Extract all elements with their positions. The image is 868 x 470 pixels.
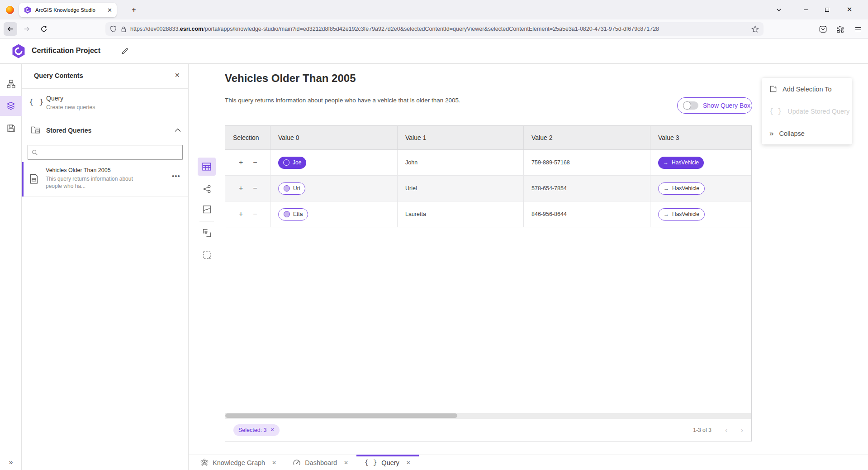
list-tabs-icon[interactable]	[774, 5, 783, 14]
prev-page-icon[interactable]: ‹	[725, 426, 727, 434]
selected-count-chip[interactable]: Selected: 3 ✕	[233, 424, 280, 436]
add-selection-icon[interactable]: +	[239, 184, 243, 192]
back-button[interactable]	[4, 22, 17, 36]
search-input[interactable]	[42, 149, 179, 156]
entity-pill[interactable]: Joe	[278, 157, 306, 169]
stored-query-doc-icon	[29, 174, 38, 184]
layers-icon	[6, 101, 15, 110]
save-tool[interactable]	[0, 118, 22, 138]
query-item-sublabel: Create new queries	[46, 104, 95, 110]
double-chevron-icon: »	[769, 129, 773, 137]
relationship-pill[interactable]: →HasVehicle	[658, 182, 705, 195]
relationship-pill[interactable]: →HasVehicle	[658, 157, 704, 169]
pocket-icon[interactable]	[818, 24, 828, 34]
left-rail: »	[0, 64, 22, 470]
scrollbar-thumb[interactable]	[225, 413, 457, 418]
tracking-shield-icon[interactable]	[110, 25, 117, 33]
relationship-pill[interactable]: →HasVehicle	[658, 208, 705, 221]
lock-icon	[121, 26, 127, 33]
hamburger-menu-icon[interactable]	[852, 23, 864, 35]
window-minimize-button[interactable]	[796, 0, 816, 19]
window-maximize-button[interactable]	[817, 0, 837, 19]
bookmark-star-icon[interactable]	[751, 25, 759, 33]
remove-selection-icon[interactable]: −	[253, 210, 257, 218]
link-chart-icon	[203, 185, 211, 193]
add-to-map-button[interactable]	[198, 224, 216, 242]
stored-query-item[interactable]: Vehicles Older Than 2005 This query retu…	[22, 162, 188, 197]
table-row[interactable]: +−EttaLauretta846-956-8644→HasVehicle	[225, 201, 751, 227]
show-query-box-toggle[interactable]: Show Query Box	[677, 97, 752, 114]
map-view-button[interactable]	[198, 200, 216, 218]
new-tab-button[interactable]: +	[128, 5, 139, 15]
add-selection-icon[interactable]: +	[239, 210, 243, 218]
menu-item-update-stored-query: { }Update Stored Query	[762, 100, 852, 122]
panel-close-icon[interactable]: ✕	[175, 72, 180, 79]
toggle-label: Show Query Box	[703, 102, 750, 109]
stored-query-title: Vehicles Older Than 2005	[46, 167, 111, 173]
main-content: Vehicles Older Than 2005 This query retu…	[189, 64, 868, 470]
item-options-icon[interactable]: •••	[172, 172, 180, 180]
relationship-cell: →HasVehicle	[650, 176, 751, 201]
search-icon	[32, 149, 38, 156]
selected-indicator	[22, 162, 24, 197]
map-sparkle-icon	[203, 229, 211, 237]
screen: ArcGIS Knowledge Studio ✕ + ✕ https://de…	[0, 0, 868, 470]
edit-title-icon[interactable]	[120, 47, 129, 56]
hierarchy-icon	[7, 80, 15, 88]
bottom-tab-knowledge-graph[interactable]: Knowledge Graph✕	[192, 455, 285, 470]
browser-tab[interactable]: ArcGIS Knowledge Studio ✕	[19, 3, 117, 17]
remove-selection-icon[interactable]: −	[253, 184, 257, 192]
add-selection-icon[interactable]: +	[239, 158, 243, 167]
url-bar[interactable]: https://dev0028833.esri.com/portal/apps/…	[105, 22, 764, 36]
bottom-tab-query[interactable]: { }Query✕	[356, 455, 419, 470]
close-tab-icon[interactable]: ✕	[272, 460, 276, 466]
entity-cell: Etta	[270, 201, 398, 227]
query-item-label: Query	[46, 95, 63, 102]
close-tab-icon[interactable]: ✕	[406, 460, 411, 466]
table-view-button[interactable]	[198, 158, 216, 176]
entity-pill[interactable]: Etta	[278, 208, 308, 221]
toggle-switch[interactable]	[683, 101, 698, 110]
menu-item-collapse[interactable]: »Collapse	[762, 122, 852, 144]
tab-close-icon[interactable]: ✕	[107, 7, 112, 14]
bottom-tab-dashboard[interactable]: Dashboard✕	[285, 455, 356, 470]
arrow-right-icon: →	[664, 211, 669, 217]
stored-queries-search[interactable]	[28, 145, 183, 160]
data-model-tool[interactable]	[0, 74, 22, 94]
chevron-up-icon[interactable]	[175, 128, 181, 132]
column-header-value-1[interactable]: Value 1	[398, 126, 524, 149]
selection-cell: +−	[225, 201, 270, 227]
gauge-icon	[293, 459, 301, 467]
url-text: https://dev0028833.esri.com/portal/apps/…	[130, 26, 751, 32]
horizontal-scrollbar[interactable]	[225, 413, 751, 418]
column-header-value-0[interactable]: Value 0	[270, 126, 398, 149]
value-cell: 578-654-7854	[524, 176, 650, 201]
firefox-icon[interactable]	[6, 6, 14, 14]
entity-pill[interactable]: Uri	[278, 182, 305, 195]
expand-rail-icon[interactable]: »	[0, 458, 22, 466]
braces-icon: { }	[29, 98, 44, 106]
stored-queries-header[interactable]: Stored Queries	[22, 118, 188, 143]
table-row[interactable]: +−JoeJohn759-889-57168→HasVehicle	[225, 150, 751, 176]
relationship-cell: →HasVehicle	[650, 150, 751, 175]
column-header-value-3[interactable]: Value 3	[650, 126, 751, 149]
arrow-right-icon: →	[664, 185, 669, 192]
forward-button[interactable]	[20, 22, 33, 36]
contents-tool[interactable]	[0, 96, 22, 116]
selection-tool-button[interactable]	[198, 246, 216, 264]
query-create-item[interactable]: { } Query Create new queries	[22, 89, 188, 118]
save-icon	[7, 124, 15, 133]
extensions-icon[interactable]	[835, 24, 845, 34]
window-close-button[interactable]: ✕	[840, 0, 859, 19]
next-page-icon[interactable]: ›	[741, 426, 743, 434]
column-header-value-2[interactable]: Value 2	[524, 126, 650, 149]
reload-button[interactable]	[37, 22, 51, 36]
link-chart-view-button[interactable]	[198, 180, 216, 198]
remove-selection-icon[interactable]: −	[253, 158, 257, 167]
column-header-selection[interactable]: Selection	[225, 126, 270, 149]
table-row[interactable]: +−UriUriel578-654-7854→HasVehicle	[225, 176, 751, 201]
clear-selection-icon[interactable]: ✕	[270, 427, 275, 433]
entity-circle-icon	[284, 185, 290, 192]
close-tab-icon[interactable]: ✕	[344, 460, 348, 466]
menu-item-add-selection-to[interactable]: Add Selection To	[762, 78, 852, 100]
